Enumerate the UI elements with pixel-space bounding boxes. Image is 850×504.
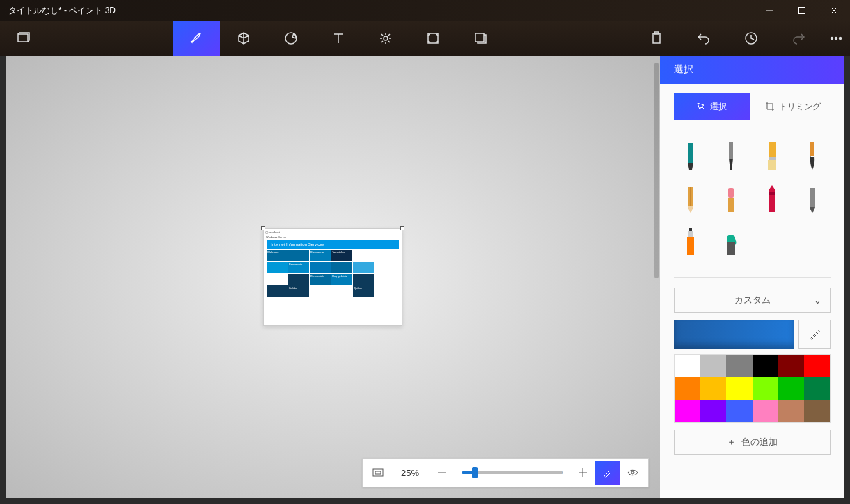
- svg-marker-40: [688, 206, 693, 213]
- canvas-workspace[interactable]: ◯ localhost Windows Server Internet Info…: [6, 56, 660, 498]
- tab-crop[interactable]: トリミング: [755, 93, 831, 120]
- svg-rect-42: [728, 188, 734, 198]
- svg-rect-49: [688, 231, 693, 237]
- svg-rect-26: [375, 471, 381, 474]
- color-swatch[interactable]: [753, 377, 778, 400]
- 3d-library-tool[interactable]: [457, 21, 504, 56]
- color-swatch[interactable]: [804, 400, 830, 422]
- fit-screen-button[interactable]: [365, 461, 391, 485]
- eraser-brush[interactable]: [714, 182, 748, 216]
- svg-line-15: [388, 34, 390, 36]
- color-swatch[interactable]: [753, 400, 778, 422]
- svg-line-13: [381, 34, 383, 36]
- color-swatch[interactable]: [700, 400, 726, 422]
- canvas-image[interactable]: ◯ localhost Windows Server Internet Info…: [263, 228, 402, 326]
- undo-button[interactable]: [680, 21, 727, 56]
- color-swatch[interactable]: [778, 355, 804, 377]
- edit-mode-button[interactable]: [595, 461, 620, 485]
- embedded-titlebar: ◯ localhost: [264, 229, 402, 235]
- window-title: タイトルなし* - ペイント 3D: [8, 5, 116, 17]
- fill-brush[interactable]: [714, 226, 748, 259]
- svg-rect-45: [769, 192, 775, 195]
- color-swatch[interactable]: [675, 400, 700, 422]
- svg-rect-33: [729, 142, 733, 159]
- svg-point-24: [840, 38, 842, 40]
- color-swatch[interactable]: [675, 355, 700, 377]
- zoom-bar: 25%: [362, 458, 649, 487]
- svg-point-30: [631, 471, 634, 474]
- svg-rect-17: [428, 33, 438, 43]
- scrollbar-vertical[interactable]: [652, 56, 660, 498]
- close-button[interactable]: [818, 0, 850, 21]
- color-swatch[interactable]: [700, 377, 726, 400]
- color-swatch[interactable]: [778, 377, 804, 400]
- current-color[interactable]: [674, 320, 794, 349]
- color-swatch[interactable]: [804, 377, 830, 400]
- zoom-in-button[interactable]: [570, 461, 595, 485]
- svg-rect-19: [653, 33, 660, 43]
- svg-rect-4: [18, 34, 28, 42]
- color-swatch[interactable]: [700, 355, 726, 377]
- maximize-button[interactable]: [786, 0, 818, 21]
- tab-select[interactable]: 選択: [674, 93, 750, 120]
- pencil-brush[interactable]: [674, 182, 707, 216]
- canvas-tool[interactable]: [409, 21, 457, 56]
- svg-marker-44: [769, 185, 775, 212]
- brush-grid: [660, 127, 844, 271]
- svg-rect-25: [373, 469, 383, 476]
- text-tool[interactable]: [315, 21, 362, 56]
- watercolor-brush[interactable]: [796, 139, 829, 173]
- zoom-value: 25%: [391, 468, 430, 478]
- zoom-slider[interactable]: [462, 471, 563, 474]
- svg-point-22: [831, 38, 833, 40]
- panel-header: 選択: [660, 56, 844, 84]
- calligraphy-brush[interactable]: [714, 139, 748, 173]
- minimize-button[interactable]: [754, 0, 786, 21]
- svg-rect-38: [810, 142, 814, 156]
- color-swatch[interactable]: [753, 355, 778, 377]
- side-panel: 選択 選択 トリミング カスタム ⌄ ＋ 色の追加: [660, 56, 844, 498]
- svg-line-16: [381, 41, 383, 42]
- history-button[interactable]: [727, 21, 775, 56]
- svg-rect-37: [768, 160, 776, 170]
- svg-marker-32: [688, 163, 693, 170]
- menu-button[interactable]: [0, 21, 47, 56]
- svg-rect-35: [769, 142, 776, 157]
- zoom-out-button[interactable]: [430, 461, 455, 485]
- eyedropper-button[interactable]: [798, 320, 831, 349]
- thickness-select[interactable]: カスタム ⌄: [674, 288, 831, 313]
- color-swatch[interactable]: [726, 377, 752, 400]
- more-button[interactable]: [822, 21, 850, 56]
- svg-rect-18: [475, 33, 484, 42]
- stickers-tool[interactable]: [267, 21, 315, 56]
- paste-button[interactable]: [633, 21, 680, 56]
- crayon-brush[interactable]: [755, 182, 789, 216]
- color-swatch[interactable]: [726, 400, 752, 422]
- redo-button[interactable]: [775, 21, 822, 56]
- brushes-tool[interactable]: [173, 21, 220, 56]
- svg-point-8: [384, 36, 388, 40]
- svg-rect-50: [689, 228, 692, 231]
- svg-rect-1: [799, 8, 805, 14]
- embedded-server: Windows Server: [264, 235, 402, 240]
- pixel-brush[interactable]: [796, 182, 829, 216]
- color-swatch[interactable]: [804, 355, 830, 377]
- view-mode-button[interactable]: [620, 461, 645, 485]
- color-swatch[interactable]: [726, 355, 752, 377]
- svg-line-14: [388, 41, 390, 42]
- marker-brush[interactable]: [674, 139, 707, 173]
- svg-rect-36: [769, 157, 776, 160]
- svg-rect-52: [727, 237, 735, 242]
- title-bar: タイトルなし* - ペイント 3D: [0, 0, 850, 21]
- spray-brush[interactable]: [674, 226, 707, 259]
- color-swatch[interactable]: [675, 377, 700, 400]
- color-swatch[interactable]: [778, 400, 804, 422]
- effects-tool[interactable]: [362, 21, 409, 56]
- 3d-shapes-tool[interactable]: [220, 21, 267, 56]
- plus-icon: ＋: [727, 436, 736, 448]
- oil-brush[interactable]: [755, 139, 789, 173]
- svg-rect-43: [728, 198, 734, 212]
- svg-marker-47: [810, 207, 815, 213]
- add-color-button[interactable]: ＋ 色の追加: [674, 430, 831, 455]
- svg-rect-31: [688, 143, 693, 163]
